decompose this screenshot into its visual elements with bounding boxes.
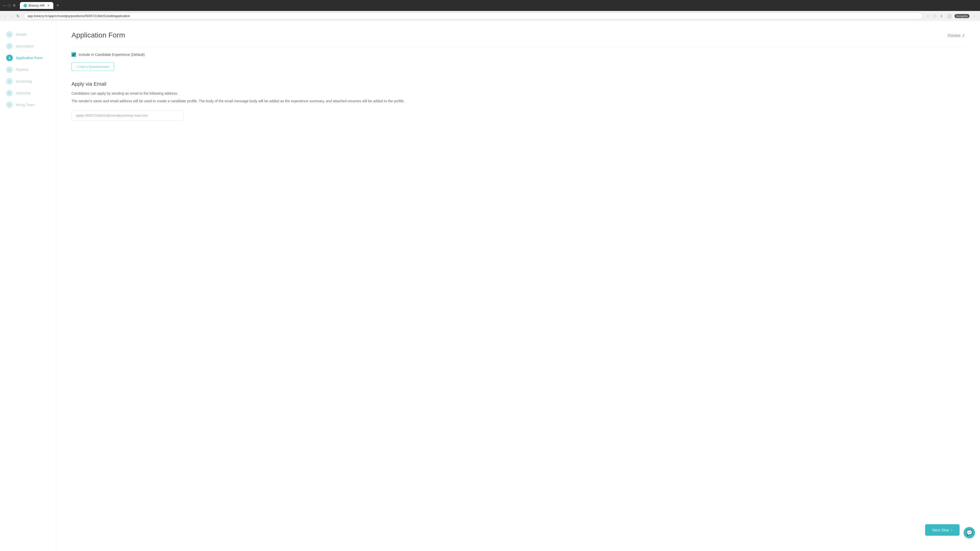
sidebar-label-pipeline: Pipeline (16, 68, 29, 72)
sidebar-item-description[interactable]: 2 Description (0, 40, 56, 52)
preview-label: Preview (948, 33, 960, 37)
bookmark-icon[interactable]: ☆ (925, 13, 930, 19)
back-button[interactable]: ‹ (3, 13, 7, 19)
apply-via-email-section: Apply via Email Candidates can apply by … (72, 81, 965, 121)
apply-via-email-desc-block: Candidates can apply by sending an email… (72, 91, 965, 104)
forward-button[interactable]: › (9, 13, 13, 19)
close-button[interactable]: ✕ (13, 3, 16, 8)
url-text: app.breezy.hr/app/c/moodjoy/positions/59… (27, 14, 919, 18)
sidebar-label-details: Details (16, 32, 27, 37)
active-tab[interactable]: Breezy HR ✕ (20, 2, 53, 9)
sidebar-item-hiring-team[interactable]: 7 Hiring Team (0, 99, 56, 111)
new-tab-button[interactable]: + (54, 2, 61, 9)
browser-chrome: ─ □ ✕ Breezy HR ✕ + (0, 0, 980, 11)
minimize-button[interactable]: ─ (3, 3, 6, 8)
step-number-description: 2 (6, 43, 13, 49)
sidebar-label-description: Description (16, 44, 34, 48)
step-number-details: 1 (6, 31, 13, 38)
menu-icon[interactable]: ⋮ (972, 13, 977, 19)
nav-buttons: ‹ › ↻ (3, 13, 21, 19)
apply-via-email-desc1: Candidates can apply by sending an email… (72, 91, 965, 96)
sidebar-item-screening[interactable]: 5 Screening (0, 76, 56, 87)
sidebar-label-advertise: Advertise (16, 91, 30, 95)
split-icon[interactable]: ⬜ (946, 13, 953, 19)
checkbox-label: Include in Candidate Experience (Default… (79, 52, 145, 57)
address-field[interactable]: app.breezy.hr/app/c/moodjoy/positions/59… (24, 13, 923, 19)
step-number-pipeline: 4 (6, 66, 13, 73)
step-number-application-form: 3 (6, 55, 13, 61)
address-bar-row: ‹ › ↻ app.breezy.hr/app/c/moodjoy/positi… (0, 11, 980, 21)
apply-via-email-title: Apply via Email (72, 81, 965, 87)
browser-tabs: Breezy HR ✕ + (20, 2, 977, 9)
maximize-button[interactable]: □ (8, 3, 11, 8)
app-layout: 1 Details 2 Description 3 Application Fo… (0, 21, 980, 551)
apply-via-email-desc2: The sender's name and email address will… (72, 98, 965, 104)
checkbox-row: Include in Candidate Experience (Default… (72, 52, 965, 57)
next-step-chevron-icon: › (951, 528, 953, 532)
extensions-icon[interactable]: ⬡ (932, 13, 937, 19)
sidebar-item-details[interactable]: 1 Details (0, 29, 56, 40)
main-content: Application Form Preview ↗ Include in Ca… (56, 21, 980, 551)
tab-close-button[interactable]: ✕ (47, 4, 50, 7)
external-link-icon: ↗ (962, 33, 965, 37)
candidate-experience-checkbox[interactable] (72, 52, 76, 57)
sidebar-label-hiring-team: Hiring Team (16, 103, 35, 107)
sidebar-item-pipeline[interactable]: 4 Pipeline (0, 64, 56, 76)
page-header: Application Form Preview ↗ (72, 31, 965, 39)
tab-favicon (24, 4, 27, 7)
download-icon[interactable]: ⬇ (939, 13, 944, 19)
step-number-screening: 5 (6, 78, 13, 85)
step-number-advertise: 6 (6, 90, 13, 97)
reload-button[interactable]: ↻ (15, 13, 21, 19)
sidebar: 1 Details 2 Description 3 Application Fo… (0, 21, 56, 551)
step-number-hiring-team: 7 (6, 102, 13, 108)
divider (72, 47, 965, 47)
tab-title: Breezy HR (29, 3, 45, 7)
add-questionnaire-button[interactable]: + Add a Questionnaire (72, 62, 114, 71)
chat-icon: 💬 (966, 530, 973, 536)
preview-link[interactable]: Preview ↗ (948, 33, 965, 37)
sidebar-item-advertise[interactable]: 6 Advertise (0, 87, 56, 99)
email-address-field: apply-59357218dc51@moodjoy.breezy-mail.c… (72, 110, 184, 121)
chat-bubble-button[interactable]: 💬 (964, 527, 975, 538)
page-title: Application Form (72, 31, 125, 39)
sidebar-label-screening: Screening (16, 79, 32, 83)
browser-right-icons: ☆ ⬡ ⬇ ⬜ Incognito ⋮ (925, 13, 977, 19)
next-step-label: Next Step (932, 528, 949, 532)
sidebar-item-application-form[interactable]: 3 Application Form (0, 52, 56, 64)
sidebar-label-application-form: Application Form (16, 56, 43, 60)
window-controls[interactable]: ─ □ ✕ (3, 3, 16, 8)
next-step-button[interactable]: Next Step › (925, 524, 959, 536)
incognito-badge[interactable]: Incognito (955, 14, 969, 18)
